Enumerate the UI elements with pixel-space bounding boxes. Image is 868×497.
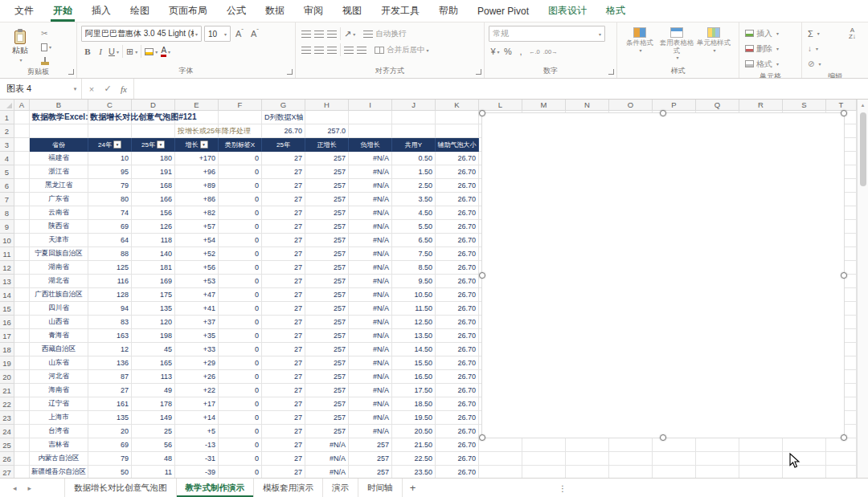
cell[interactable] — [14, 193, 30, 206]
cell[interactable]: +29 — [175, 356, 219, 370]
cell[interactable]: 26.70 — [436, 343, 479, 356]
cell[interactable]: 257 — [305, 316, 349, 329]
cell[interactable] — [566, 452, 609, 466]
cell[interactable]: 257 — [305, 356, 349, 370]
row-header-8[interactable]: 8 — [0, 206, 14, 220]
cell[interactable] — [14, 261, 30, 275]
cell[interactable]: 广东省 — [30, 193, 88, 206]
copy-button[interactable]: ▾ — [41, 41, 51, 53]
cell[interactable]: 0 — [219, 234, 262, 247]
cell[interactable]: 87 — [88, 370, 132, 384]
cell[interactable]: #N/A — [349, 206, 392, 220]
cell[interactable]: 26.70 — [436, 425, 479, 438]
cell[interactable]: 83 — [88, 316, 132, 329]
cell[interactable]: 负增长 — [349, 138, 392, 152]
sheet-tab[interactable]: 数据增长对比创意气泡图 — [65, 479, 177, 497]
cell[interactable]: 1.50 — [392, 165, 436, 179]
cell[interactable]: 135 — [132, 302, 175, 316]
cell[interactable]: 17.50 — [392, 384, 436, 397]
cell[interactable] — [14, 329, 30, 343]
cell[interactable]: 0 — [219, 152, 262, 165]
increase-indent-button[interactable] — [355, 43, 368, 57]
cell[interactable]: 8.50 — [392, 261, 436, 275]
decrease-decimal-button[interactable]: .00→ — [542, 44, 559, 59]
cell[interactable] — [132, 124, 175, 138]
cell[interactable] — [14, 206, 30, 220]
italic-button[interactable]: I — [94, 44, 107, 59]
cell[interactable]: 26.70 — [436, 466, 479, 478]
cell[interactable]: 27 — [262, 152, 305, 165]
column-header-T[interactable]: T — [826, 100, 857, 111]
cell[interactable]: #N/A — [305, 438, 349, 452]
cell[interactable]: 0 — [219, 356, 262, 370]
cell[interactable]: 257 — [305, 288, 349, 302]
row-header-26[interactable]: 26 — [0, 452, 14, 466]
cell[interactable]: 257 — [305, 425, 349, 438]
cell[interactable]: +17 — [175, 397, 219, 411]
cell[interactable] — [696, 466, 739, 478]
cell[interactable]: 26.70 — [436, 275, 479, 288]
cell[interactable]: 27 — [262, 438, 305, 452]
cell[interactable]: 11.50 — [392, 302, 436, 316]
row-header-7[interactable]: 7 — [0, 193, 14, 206]
row-header-4[interactable]: 4 — [0, 152, 14, 165]
cell[interactable]: 湖北省 — [30, 275, 88, 288]
cell[interactable]: 27 — [262, 411, 305, 425]
new-sheet-button[interactable]: + — [403, 479, 424, 497]
cell[interactable]: 12 — [88, 343, 132, 356]
column-header-I[interactable]: I — [349, 100, 392, 111]
name-box[interactable]: 图表 4 — [0, 79, 69, 99]
fill-color-button[interactable]: ▾ — [143, 44, 159, 59]
cell[interactable]: 136 — [88, 356, 132, 370]
cell[interactable] — [14, 124, 30, 138]
cell[interactable]: 74 — [88, 206, 132, 220]
ribbon-tab[interactable]: 图表设计 — [538, 0, 596, 22]
chart-resize-handle[interactable] — [841, 272, 847, 279]
row-header-13[interactable]: 13 — [0, 275, 14, 288]
cell[interactable]: 149 — [132, 411, 175, 425]
filter-dropdown-icon[interactable]: ▼ — [200, 141, 208, 149]
cell[interactable]: #N/A — [349, 165, 392, 179]
cell[interactable]: #N/A — [305, 466, 349, 478]
row-header-20[interactable]: 20 — [0, 370, 14, 384]
chart-resize-handle[interactable] — [841, 110, 847, 116]
cell[interactable]: 26.70 — [436, 193, 479, 206]
cell[interactable]: 0 — [219, 438, 262, 452]
cell[interactable]: 120 — [132, 316, 175, 329]
cell[interactable]: 27 — [262, 220, 305, 234]
column-header-P[interactable]: P — [653, 100, 696, 111]
cell[interactable] — [14, 165, 30, 179]
format-cells-button[interactable]: 格式▾ — [743, 56, 797, 71]
cell[interactable]: 257 — [305, 302, 349, 316]
cell[interactable]: 上海市 — [30, 411, 88, 425]
cell[interactable] — [479, 466, 522, 478]
row-header-15[interactable]: 15 — [0, 302, 14, 316]
cell[interactable] — [14, 152, 30, 165]
cell[interactable]: 0 — [219, 247, 262, 261]
cell[interactable]: 257.0 — [305, 124, 349, 138]
cell[interactable]: 69 — [88, 220, 132, 234]
cell[interactable]: 27 — [262, 452, 305, 466]
row-header-12[interactable]: 12 — [0, 261, 14, 275]
cell[interactable]: 140 — [132, 247, 175, 261]
cell[interactable]: +54 — [175, 234, 219, 247]
cell[interactable]: 增长▼ — [175, 138, 219, 152]
cell[interactable]: 180 — [132, 152, 175, 165]
column-header-L[interactable]: L — [479, 100, 522, 111]
cell[interactable]: +86 — [175, 193, 219, 206]
cell[interactable] — [14, 179, 30, 193]
cell[interactable]: #N/A — [349, 384, 392, 397]
cell[interactable]: 257 — [305, 384, 349, 397]
cell[interactable]: 25年▼ — [132, 138, 175, 152]
row-header-22[interactable]: 22 — [0, 397, 14, 411]
sheet-tab[interactable]: 时间轴 — [358, 479, 403, 497]
cell[interactable]: 26.70 — [436, 220, 479, 234]
cell[interactable]: #N/A — [349, 288, 392, 302]
sort-filter-button[interactable]: AZ↓ — [833, 26, 868, 71]
cell[interactable] — [826, 452, 857, 466]
ribbon-tab[interactable]: 插入 — [82, 0, 121, 22]
cell[interactable] — [739, 466, 783, 478]
cell[interactable]: +35 — [175, 329, 219, 343]
cell[interactable]: #N/A — [349, 261, 392, 275]
cell[interactable]: 88 — [88, 247, 132, 261]
